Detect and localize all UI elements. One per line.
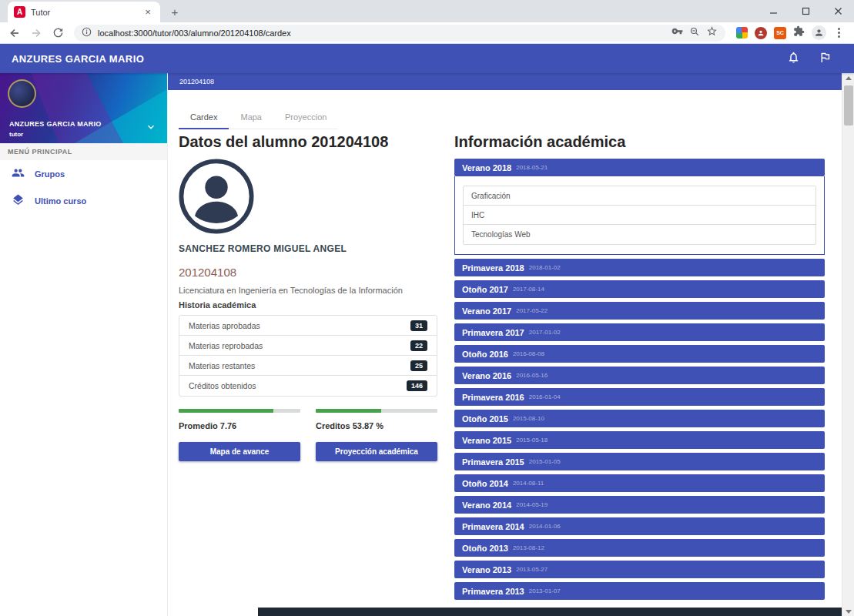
creditos-progress-bar	[316, 409, 437, 413]
course-item[interactable]: Tecnologías Web	[464, 225, 815, 244]
term-header[interactable]: Verano 2014 2014-05-19	[454, 496, 825, 514]
close-window-button[interactable]	[822, 0, 854, 22]
term-section: Verano 2018 2018-05-21 Graficación	[454, 159, 825, 255]
browser-tab-title: Tutor	[31, 8, 136, 17]
term-header[interactable]: Otoño 2016 2016-08-08	[454, 345, 825, 363]
sidebar-user-avatar	[8, 79, 36, 108]
app-toolbar: ANZURES GARCIA MARIO	[0, 44, 854, 73]
term-date: 2013-05-27	[516, 566, 548, 573]
extensions-puzzle-icon[interactable]	[793, 25, 805, 40]
course-item[interactable]: Graficación	[464, 186, 815, 206]
term-date: 2015-01-05	[529, 458, 561, 465]
term-date: 2017-08-14	[513, 286, 544, 293]
proyeccion-academica-button[interactable]: Proyección académica	[316, 442, 437, 461]
scroll-up-icon[interactable]	[842, 73, 854, 82]
main-content: Cardex Mapa Proyeccion Datos del alumno …	[168, 90, 842, 616]
promedio-progress-bar	[179, 409, 300, 413]
address-bar[interactable]: localhost:3000/tutor/003/alumno/20120410…	[74, 25, 725, 42]
new-tab-button[interactable]: +	[165, 2, 185, 22]
term-name: Otoño 2016	[462, 350, 508, 359]
breadcrumb: 201204108	[168, 73, 842, 90]
flag-icon[interactable]	[819, 51, 832, 67]
term-name: Primavera 2014	[462, 522, 524, 531]
layers-icon	[12, 193, 25, 208]
term-header[interactable]: Primavera 2015 2015-01-05	[454, 453, 825, 470]
url-text[interactable]: localhost:3000/tutor/003/alumno/20120410…	[98, 28, 665, 38]
zoom-icon[interactable]	[689, 26, 700, 40]
terms-accordion: Verano 2018 2018-05-21 Graficación	[454, 159, 825, 600]
term-section: Verano 2017 2017-05-22 Graficación	[454, 302, 825, 320]
term-name: Otoño 2013	[462, 544, 508, 553]
term-date: 2016-08-08	[513, 350, 544, 357]
back-icon[interactable]	[5, 23, 25, 43]
term-section: Primavera 2017 2017-01-02 Graficación	[454, 323, 825, 341]
sidebar-item-grupos[interactable]: Grupos	[0, 160, 167, 187]
term-date: 2015-08-10	[513, 415, 544, 422]
window-controls	[757, 0, 854, 22]
tab-item[interactable]: Proyeccion	[273, 107, 338, 129]
term-header[interactable]: Primavera 2018 2018-01-02	[454, 259, 825, 276]
profile-extension-icon[interactable]	[755, 27, 767, 39]
term-header[interactable]: Otoño 2013 2013-08-12	[454, 539, 825, 557]
term-section: Otoño 2017 2017-08-14 Graficación	[454, 280, 825, 298]
appbar-icons	[787, 51, 842, 67]
course-list: Graficación IHC Tecnologías Web	[463, 186, 816, 245]
term-header[interactable]: Otoño 2015 2015-08-10	[454, 410, 825, 427]
vertical-scrollbar[interactable]	[842, 73, 854, 616]
browser-tab[interactable]: A Tutor ×	[8, 2, 160, 22]
sidebar-user-panel: ANZURES GARCIA MARIO tutor	[0, 73, 167, 143]
term-header[interactable]: Otoño 2017 2017-08-14	[454, 280, 825, 298]
maximize-button[interactable]	[789, 0, 822, 22]
tab-close-icon[interactable]: ×	[142, 6, 154, 18]
term-date: 2018-05-21	[516, 164, 548, 171]
term-header[interactable]: Verano 2013 2013-05-27	[454, 561, 825, 578]
notifications-bell-icon[interactable]	[787, 51, 800, 67]
term-header[interactable]: Verano 2017 2017-05-22	[454, 302, 825, 320]
term-date: 2015-05-18	[516, 437, 548, 444]
password-key-icon[interactable]	[671, 25, 683, 40]
extensions-area: SC	[732, 25, 849, 40]
stat-badge: 31	[410, 320, 427, 331]
term-name: Verano 2014	[462, 500, 511, 510]
action-buttons: Mapa de avance Proyección académica	[179, 442, 437, 461]
course-item[interactable]: IHC	[464, 206, 815, 225]
tab-item[interactable]: Cardex	[179, 107, 229, 129]
term-name: Primavera 2018	[462, 263, 524, 273]
term-header[interactable]: Otoño 2014 2014-08-11	[454, 474, 825, 492]
bookmark-star-icon[interactable]	[706, 25, 718, 40]
term-header[interactable]: Primavera 2014 2014-01-06	[454, 517, 825, 535]
minimize-button[interactable]	[757, 0, 789, 22]
colorful-extension-icon[interactable]	[736, 27, 748, 38]
browser-toolbar: localhost:3000/tutor/003/alumno/20120410…	[0, 22, 854, 44]
browser-menu-icon[interactable]	[833, 28, 845, 38]
stat-row: Créditos obtenidos 146	[179, 376, 437, 396]
scrollbar-thumb[interactable]	[844, 85, 853, 126]
term-header[interactable]: Verano 2016 2016-05-16	[454, 367, 825, 384]
sidebar-item-label: Ultimo curso	[35, 196, 86, 206]
reload-icon[interactable]	[48, 23, 68, 43]
chevron-down-icon[interactable]	[146, 122, 156, 136]
term-header[interactable]: Verano 2018 2018-05-21	[454, 159, 825, 176]
tab-item[interactable]: Mapa	[229, 107, 273, 129]
term-date: 2017-01-02	[529, 329, 561, 336]
stat-row: Materias restantes 25	[179, 356, 437, 376]
breadcrumb-item[interactable]: 201204108	[179, 78, 214, 85]
term-header[interactable]: Primavera 2013 2013-01-07	[454, 582, 825, 600]
page-info-icon[interactable]	[82, 26, 92, 40]
academic-panel: Información académica Verano 2018 2018-0…	[454, 133, 825, 604]
sc-extension-icon[interactable]: SC	[774, 27, 786, 39]
term-header[interactable]: Primavera 2016 2016-01-04	[454, 388, 825, 406]
term-date: 2014-05-19	[516, 501, 548, 508]
sidebar-item-label: Grupos	[35, 169, 65, 179]
course-name: Graficación	[471, 192, 511, 200]
sidebar-item-ultimo-curso[interactable]: Ultimo curso	[0, 187, 167, 214]
forward-icon[interactable]	[26, 23, 46, 43]
student-avatar-icon	[179, 159, 254, 234]
scroll-down-icon[interactable]	[842, 607, 854, 616]
term-name: Verano 2013	[462, 565, 511, 574]
mapa-de-avance-button[interactable]: Mapa de avance	[179, 442, 300, 461]
browser-profile-avatar[interactable]	[812, 25, 826, 40]
browser-tab-strip: A Tutor × +	[0, 0, 854, 22]
term-header[interactable]: Verano 2015 2015-05-18	[454, 431, 825, 449]
term-header[interactable]: Primavera 2017 2017-01-02	[454, 323, 825, 341]
